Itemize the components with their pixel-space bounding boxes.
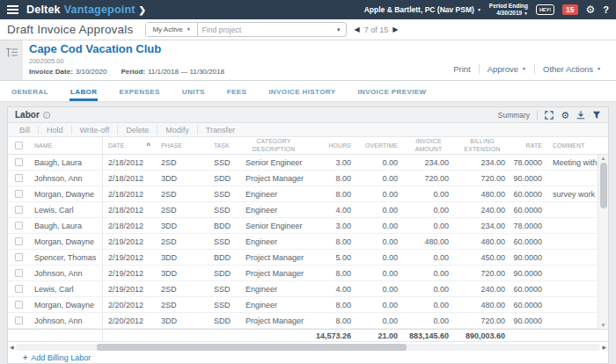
- summary-toggle[interactable]: Summary: [498, 111, 530, 120]
- labor-row[interactable]: Spencer, Thomas2/19/20123DDBDDProject Ma…: [8, 250, 598, 266]
- horizontal-scrollbar[interactable]: ◀ ▶: [8, 342, 608, 352]
- cell-comment: [547, 313, 598, 328]
- company-selector[interactable]: Apple & Bartlett, PC (Nav PSM) ▼: [364, 5, 481, 14]
- row-checkbox[interactable]: [8, 250, 29, 265]
- grid-settings-gear-icon[interactable]: ⚙: [561, 111, 569, 120]
- write-off-button[interactable]: Write-off: [71, 126, 118, 135]
- horizontal-scroll-track[interactable]: [16, 344, 601, 351]
- cell-billing: 480.00: [454, 234, 510, 249]
- approve-button[interactable]: Approve▼: [479, 64, 534, 74]
- horizontal-scroll-thumb[interactable]: [97, 344, 407, 351]
- deltek-logo[interactable]: Deltek Vantagepoint ❯: [26, 4, 146, 16]
- chat-hey-icon[interactable]: HEY!: [536, 4, 554, 15]
- cell-phase: 2SD: [156, 186, 209, 201]
- add-billing-labor-link[interactable]: + Add Billing Labor: [8, 352, 608, 362]
- cell-billing: 450.00: [454, 250, 510, 265]
- modify-button[interactable]: Modify: [157, 126, 197, 135]
- cell-phase: 3DD: [156, 266, 209, 280]
- labor-row[interactable]: Morgan, Dwayne2/20/20122SDSSDEngineer8.0…: [8, 297, 598, 313]
- cell-task: SDD: [209, 313, 240, 328]
- tab-expenses[interactable]: EXPENSES: [118, 81, 160, 101]
- column-header-comment[interactable]: COMMENT: [547, 137, 608, 154]
- row-checkbox[interactable]: [8, 171, 29, 186]
- tab-units[interactable]: UNITS: [181, 81, 206, 101]
- hold-button[interactable]: Hold: [38, 126, 71, 135]
- search-input[interactable]: [202, 25, 336, 34]
- scroll-down-icon[interactable]: ▼: [601, 323, 606, 328]
- tab-invoice-preview[interactable]: INVOICE PREVIEW: [356, 81, 427, 101]
- scroll-left-icon[interactable]: ◀: [10, 344, 14, 350]
- search-dropdown-icon[interactable]: ▼: [336, 27, 341, 33]
- row-checkbox[interactable]: [8, 155, 29, 170]
- cell-category: Project Manager: [240, 313, 307, 328]
- tab-general[interactable]: GENERAL: [11, 81, 49, 101]
- help-icon[interactable]: ?: [603, 4, 609, 15]
- tab-invoice-history[interactable]: INVOICE HISTORY: [268, 81, 336, 101]
- column-header-name[interactable]: NAME: [29, 137, 103, 154]
- row-checkbox[interactable]: [8, 186, 29, 201]
- cell-overtime: 0.00: [356, 186, 403, 201]
- cell-rate: 60.0000: [510, 297, 547, 312]
- expand-grid-icon[interactable]: [545, 111, 554, 120]
- column-header-overtime[interactable]: OVERTIME: [356, 137, 403, 154]
- column-header-category[interactable]: CATEGORYDESCRIPTION: [240, 137, 307, 154]
- labor-row[interactable]: Johnson, Ann2/18/20123DDSDDProject Manag…: [8, 171, 598, 186]
- bill-button[interactable]: Bill: [11, 126, 38, 135]
- tab-labor[interactable]: LABOR: [70, 81, 98, 101]
- invoice-meta: Invoice Date:3/10/2020 Period:11/1/2018 …: [29, 68, 224, 76]
- vertical-scroll-thumb[interactable]: [600, 163, 607, 208]
- labor-grid-rows: Baugh, Laura2/18/20122SDSSDSenior Engine…: [8, 155, 598, 329]
- cell-rate: 90.0000: [510, 266, 547, 280]
- row-checkbox[interactable]: [8, 266, 29, 280]
- cell-date: 2/18/2012: [103, 171, 156, 186]
- labor-row[interactable]: Lewis, Carl2/19/20122SDSSDEngineer4.000.…: [8, 281, 598, 297]
- column-header-rate[interactable]: RATE: [510, 137, 547, 154]
- cell-billing: 720.00: [454, 266, 510, 280]
- period-ending-selector[interactable]: Period Ending 4/30/2019 ▼: [489, 3, 528, 17]
- settings-gear-icon[interactable]: ⚙: [586, 4, 596, 15]
- row-checkbox[interactable]: [8, 218, 29, 233]
- next-record-icon[interactable]: ▶: [392, 25, 398, 33]
- column-header-invoice-amount[interactable]: INVOICEAMOUNT: [403, 137, 454, 154]
- row-checkbox[interactable]: [8, 281, 29, 296]
- cell-name: Morgan, Dwayne: [29, 234, 103, 249]
- cell-comment: [547, 234, 598, 249]
- export-download-icon[interactable]: [576, 111, 585, 120]
- row-checkbox[interactable]: [8, 202, 29, 217]
- row-checkbox[interactable]: [8, 297, 29, 312]
- cell-comment: [547, 297, 598, 312]
- row-checkbox[interactable]: [8, 313, 29, 328]
- labor-row[interactable]: Baugh, Laura2/18/20123DDBDDSenior Engine…: [8, 218, 598, 234]
- column-header-billing-extension[interactable]: BILLINGEXTENSION: [454, 137, 510, 154]
- vertical-scrollbar[interactable]: ▲ ▼: [598, 155, 608, 329]
- other-actions-button[interactable]: Other Actions▼: [534, 64, 609, 74]
- print-button[interactable]: Print: [445, 64, 479, 74]
- notification-badge[interactable]: 15: [562, 4, 577, 15]
- labor-row[interactable]: Morgan, Dwayne2/19/20122SDSSDEngineer8.0…: [8, 234, 598, 250]
- project-name[interactable]: Cape Cod Vacation Club: [29, 42, 224, 56]
- select-all-checkbox[interactable]: [8, 137, 29, 154]
- column-header-date[interactable]: DATE^: [103, 137, 156, 154]
- column-header-hours[interactable]: HOURS: [307, 137, 356, 154]
- project-hierarchy-icon[interactable]: [5, 46, 18, 80]
- scope-dropdown[interactable]: My Active ▼: [146, 23, 197, 36]
- delete-button[interactable]: Delete: [117, 126, 157, 135]
- prev-record-icon[interactable]: ◀: [355, 25, 360, 33]
- title-bar: Draft Invoice Approvals My Active ▼ ▼ ◀ …: [0, 19, 616, 40]
- labor-row[interactable]: Johnson, Ann2/19/20123DDSDDProject Manag…: [8, 266, 598, 281]
- tab-fees[interactable]: FEES: [226, 81, 248, 101]
- labor-row[interactable]: Lewis, Carl2/18/20122SDSSDEngineer4.000.…: [8, 202, 598, 218]
- column-header-task[interactable]: TASK: [209, 137, 240, 154]
- transfer-button[interactable]: Transfer: [197, 126, 243, 135]
- scroll-right-icon[interactable]: ▶: [602, 344, 606, 350]
- row-checkbox[interactable]: [8, 234, 29, 249]
- column-header-phase[interactable]: PHASE: [156, 137, 209, 154]
- labor-row[interactable]: Morgan, Dwayne2/18/20122SDSSDEngineer8.0…: [8, 186, 598, 202]
- info-icon[interactable]: i: [43, 112, 50, 119]
- labor-row[interactable]: Johnson, Ann2/20/20123DDSDDProject Manag…: [8, 313, 598, 329]
- invoice-date-label: Invoice Date:: [29, 68, 73, 76]
- labor-row[interactable]: Baugh, Laura2/18/20122SDSSDSenior Engine…: [8, 155, 598, 171]
- scroll-up-icon[interactable]: ▲: [601, 156, 606, 161]
- filter-icon[interactable]: [592, 111, 601, 120]
- hamburger-menu-icon[interactable]: [7, 5, 18, 14]
